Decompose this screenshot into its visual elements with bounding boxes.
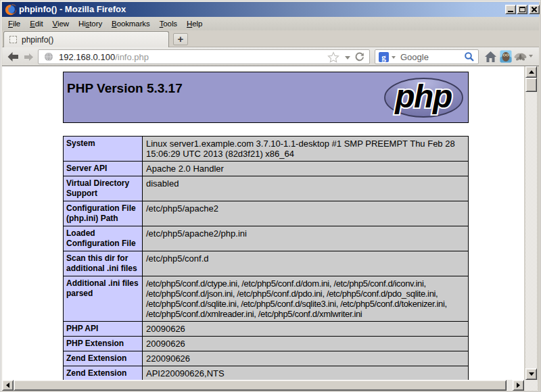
favicon-placeholder-icon [9, 36, 17, 43]
search-magnifier-icon[interactable] [464, 51, 475, 62]
page-content: PHP Version 5.3.17 php SystemLinux serve… [2, 66, 524, 380]
scrollbar-corner [524, 380, 538, 391]
menu-bar: File Edit View History Bookmarks Tools H… [2, 17, 539, 30]
php-version-header: PHP Version 5.3.17 php [63, 72, 469, 123]
globe-icon [44, 52, 53, 62]
close-button[interactable] [529, 5, 540, 14]
php-logo: php [383, 77, 464, 118]
menu-tools[interactable]: Tools [155, 17, 182, 30]
menu-edit[interactable]: Edit [25, 17, 47, 30]
table-row: PHP API20090626 [64, 322, 469, 337]
scroll-up-button[interactable] [525, 66, 537, 78]
toolbar-overflow-dropdown-icon[interactable] [529, 55, 533, 57]
vertical-scroll-thumb[interactable] [525, 78, 537, 92]
window-title: phpinfo() - Mozilla Firefox [19, 2, 126, 17]
scroll-left-button[interactable] [2, 380, 14, 391]
table-row: Virtual Directory Supportdisabled [64, 176, 469, 201]
table-row: Scan this dir for additional .ini files/… [64, 251, 469, 276]
tab-label: phpinfo() [22, 35, 53, 45]
menu-bookmarks[interactable]: Bookmarks [107, 17, 155, 30]
scroll-right-button[interactable] [513, 380, 524, 391]
table-row: Server APIApache 2.0 Handler [64, 162, 469, 176]
tab-bar: phpinfo() + [2, 30, 539, 47]
google-icon: g [379, 52, 389, 62]
php-version-title: PHP Version 5.3.17 [67, 81, 183, 96]
search-box[interactable]: g Google [375, 49, 479, 64]
menu-view[interactable]: View [48, 17, 74, 30]
search-engine-dropdown-icon[interactable] [392, 56, 396, 59]
back-button[interactable] [7, 51, 20, 63]
url-host: 192.168.0.100 [59, 52, 115, 62]
url-bar[interactable]: 192.168.0.100/info.php [38, 49, 370, 64]
title-bar: phpinfo() - Mozilla Firefox [2, 2, 539, 17]
search-placeholder: Google [400, 52, 429, 62]
maximize-button[interactable] [517, 5, 527, 14]
vertical-scrollbar[interactable] [525, 66, 537, 380]
table-row: SystemLinux server1.example.com 3.7.10-1… [64, 137, 469, 162]
scroll-down-button[interactable] [525, 368, 537, 380]
tab-phpinfo[interactable]: phpinfo() [3, 31, 169, 47]
horizontal-scrollbar[interactable] [2, 380, 524, 391]
menu-help[interactable]: Help [182, 17, 207, 30]
svg-text:php: php [394, 78, 452, 114]
table-row: Additional .ini files parsed/etc/php5/co… [64, 276, 469, 322]
new-tab-button[interactable]: + [173, 33, 188, 45]
table-row: Zend ExtensionAPI220090626,NTS [64, 366, 469, 381]
extension-owl-icon[interactable] [500, 50, 512, 63]
addon-moth-icon[interactable] [514, 51, 527, 62]
bookmarks-dropdown-icon[interactable] [345, 56, 350, 59]
bookmark-star-icon[interactable] [327, 51, 339, 63]
menu-file[interactable]: File [3, 17, 25, 30]
svg-text:g: g [381, 52, 386, 62]
phpinfo-table: SystemLinux server1.example.com 3.7.10-1… [63, 136, 469, 380]
minimize-button[interactable] [505, 5, 516, 14]
reload-icon[interactable] [354, 52, 364, 62]
forward-button[interactable] [24, 53, 34, 62]
home-button[interactable] [484, 51, 497, 63]
table-row: Loaded Configuration File/etc/php5/apach… [64, 226, 469, 251]
table-row: Configuration File (php.ini) Path/etc/ph… [64, 201, 469, 226]
table-row: Zend Extension220090626 [64, 351, 469, 366]
horizontal-scroll-thumb[interactable] [14, 380, 507, 391]
table-row: PHP Extension20090626 [64, 337, 469, 351]
url-path: /info.php [115, 52, 149, 62]
menu-history[interactable]: History [74, 17, 107, 30]
firefox-icon [5, 4, 16, 16]
